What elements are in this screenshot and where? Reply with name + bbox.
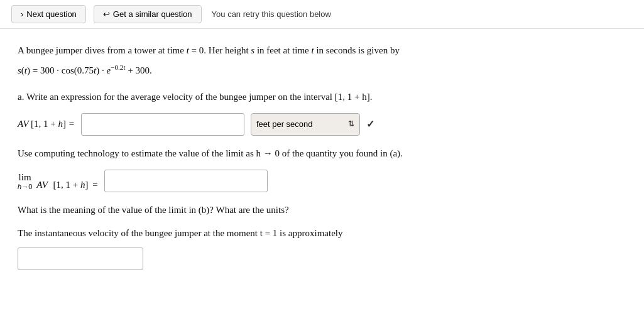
av-label: AV [1, 1 + h] = [18, 119, 75, 129]
main-content: A bungee jumper dives from a tower at ti… [0, 29, 644, 281]
retry-text: You can retry this question below [212, 9, 331, 19]
part-a-label: a. Write an expression for the average v… [18, 89, 626, 106]
top-bar: › Next question ↩ Get a similar question… [0, 0, 644, 29]
final-answer-input[interactable] [18, 248, 143, 270]
chevron-updown-icon: ⇅ [348, 119, 354, 129]
similar-question-label: Get a similar question [113, 9, 192, 19]
checkmark-icon: ✓ [366, 118, 374, 130]
instant-velocity-text: The instantaneous velocity of the bungee… [18, 226, 626, 241]
chevron-right-icon: › [21, 9, 23, 19]
problem-formula: s(t) = 300 · cos(0.75t) · e−0.2t + 300. [18, 62, 626, 78]
return-icon: ↩ [103, 9, 110, 19]
next-question-button[interactable]: › Next question [11, 5, 86, 23]
similar-question-button[interactable]: ↩ Get a similar question [94, 5, 202, 23]
limit-row: lim h→0 AV [1, 1 + h] = [18, 170, 626, 192]
problem-intro: A bungee jumper dives from a tower at ti… [18, 43, 626, 58]
limit-label: lim h→0 AV [1, 1 + h] = [18, 172, 98, 190]
next-question-label: Next question [26, 9, 77, 19]
limit-input[interactable] [104, 170, 268, 192]
meaning-question: What is the meaning of the value of the … [18, 202, 626, 218]
av-answer-row: AV [1, 1 + h] = feet per second feet sec… [18, 113, 626, 136]
units-selector-wrapper[interactable]: feet per second feet seconds feet per se… [251, 113, 360, 136]
use-computing-text: Use computing technology to estimate the… [18, 146, 626, 161]
units-select[interactable]: feet per second feet seconds feet per se… [256, 119, 345, 129]
av-input[interactable] [81, 113, 244, 136]
